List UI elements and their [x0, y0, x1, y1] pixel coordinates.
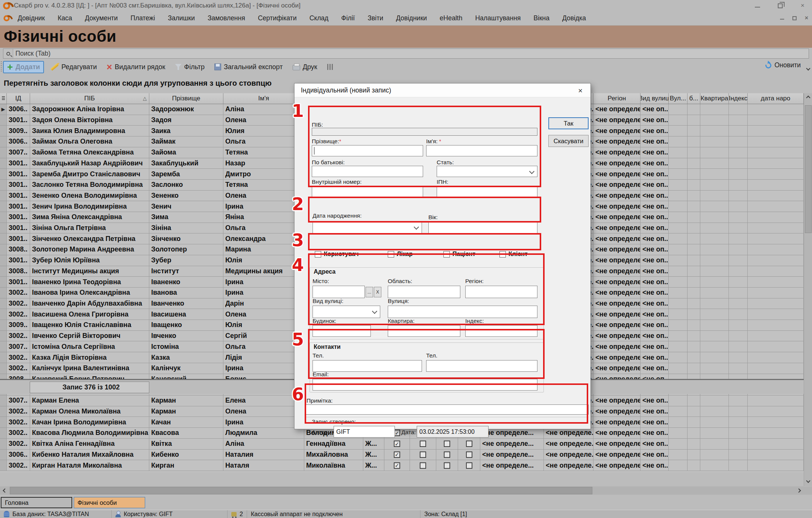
refresh-label: Оновити [774, 61, 801, 69]
delete-label: Видалити рядок [115, 63, 165, 71]
cell-checkbox[interactable] [458, 460, 480, 471]
columns-button[interactable] [324, 62, 337, 71]
horizontal-scrollbar[interactable] [0, 486, 804, 495]
internal-field[interactable] [312, 186, 423, 197]
cell-checkbox[interactable] [410, 460, 436, 471]
menu-item-Налаштування[interactable]: Налаштування [471, 12, 525, 24]
row-marker [0, 363, 7, 374]
cell: 3001.. [7, 212, 30, 223]
cell [729, 126, 748, 136]
cell-checkbox[interactable] [458, 439, 480, 449]
cell [669, 352, 688, 363]
cell-checkbox[interactable] [436, 450, 458, 460]
filter-button[interactable]: Фільтр [172, 62, 208, 73]
birthdate-select[interactable] [313, 221, 422, 234]
menu-item-Сертифікати[interactable]: Сертифікати [253, 12, 301, 24]
table-row[interactable]: 3002..Квітка Аліна ГеннадіївнаКвіткаАлін… [0, 439, 804, 450]
scroll-up-icon[interactable] [804, 93, 812, 102]
page-title: Фізичні особи [4, 27, 117, 45]
search-input[interactable]: Поиск (Tab) [3, 48, 809, 59]
edit-button[interactable]: Редагувати [47, 62, 100, 73]
menu-item-Довідка[interactable]: Довідка [558, 12, 590, 24]
column-header-Індекс[interactable]: Індекс [729, 93, 748, 104]
cell-checkbox[interactable]: ✓ [384, 450, 410, 460]
cell-checkbox[interactable] [436, 460, 458, 471]
cell [688, 288, 700, 298]
cell: 3001.. [7, 191, 30, 201]
table-row[interactable]: 3006..Кибенко Наталия МихайловнаКибенкоН… [0, 450, 804, 460]
mdi-restore-icon[interactable] [792, 16, 797, 20]
tab-persons[interactable]: Фізичні особи [74, 497, 145, 508]
refresh-button[interactable]: Оновити [765, 61, 801, 69]
close-icon[interactable]: × [798, 2, 807, 10]
restore-icon[interactable] [776, 2, 784, 10]
column-header-ІД[interactable]: ІД [7, 93, 30, 104]
cell-checkbox[interactable] [410, 439, 436, 449]
column-header-дата наро[interactable]: дата наро [748, 93, 804, 104]
table-row[interactable]: 3002..Кирган Наталя МиколаївнаКирганНата… [0, 460, 804, 471]
minimize-icon[interactable] [753, 2, 762, 10]
export-button[interactable]: Загальний експорт [211, 62, 286, 73]
vertical-scrollbar-thumb[interactable] [805, 105, 812, 233]
author-field[interactable]: GIFT [334, 426, 395, 438]
cell [700, 169, 729, 179]
menu-item-Каса[interactable]: Каса [53, 12, 76, 24]
horizontal-scrollbar-thumb[interactable] [10, 487, 592, 494]
row-marker [0, 439, 7, 449]
tab-home[interactable]: Головна [1, 497, 72, 508]
column-header-б...[interactable]: б... [688, 93, 700, 104]
cell-checkbox[interactable] [458, 450, 480, 460]
menu-item-Залишки[interactable]: Залишки [163, 12, 199, 24]
menu-item-Платежі[interactable]: Платежі [126, 12, 159, 24]
menu-bar: ДовідникКасаДокументиПлатежіЗалишкиЗамов… [0, 11, 812, 26]
toolbar-grip-icon[interactable] [1, 61, 2, 73]
scroll-right-icon[interactable] [794, 486, 804, 495]
column-header-Вул...[interactable]: Вул... [669, 93, 688, 104]
print-button[interactable]: Друк [289, 62, 321, 73]
cell-checkbox[interactable] [436, 439, 458, 449]
cell [729, 104, 748, 115]
cell-checkbox[interactable]: ✓ [384, 439, 410, 449]
column-header-Прізвище[interactable]: Прізвище [149, 93, 223, 104]
cell: Зима Яніна Олександрівна [30, 212, 149, 223]
mdi-minimize-icon[interactable] [780, 17, 784, 20]
column-header-Квартира[interactable]: Квартира [700, 93, 729, 104]
add-button[interactable]: + Додати [3, 61, 44, 73]
ok-button[interactable]: Так [548, 117, 589, 129]
grid-options-icon[interactable] [0, 93, 7, 104]
menu-item-Довідник[interactable]: Довідник [13, 12, 49, 24]
scroll-down-icon[interactable] [804, 476, 812, 485]
search-icon[interactable] [3, 49, 13, 58]
menu-item-Філії[interactable]: Філії [337, 12, 359, 24]
cell-checkbox[interactable] [410, 450, 436, 460]
cell: Кирган [149, 460, 223, 471]
ipn-field[interactable] [437, 186, 537, 197]
cell [669, 266, 688, 277]
scroll-left-icon[interactable] [0, 486, 10, 495]
cancel-button[interactable]: Скасувати [548, 135, 589, 147]
cell: 3001.. [7, 255, 30, 266]
cell-checkbox[interactable]: ✓ [384, 460, 410, 471]
date-field[interactable]: 03.02.2025 17:53:00 [417, 426, 489, 438]
delete-row-button[interactable]: × Видалити рядок [103, 62, 169, 73]
cell [748, 191, 804, 201]
vertical-scrollbar[interactable] [804, 93, 812, 486]
age-field[interactable] [428, 221, 537, 234]
menu-item-Замовлення[interactable]: Замовлення [203, 12, 250, 24]
toolbar-overflow-button[interactable] [807, 65, 810, 71]
menu-item-Вікна[interactable]: Вікна [529, 12, 554, 24]
mdi-close-icon[interactable]: × [805, 15, 808, 21]
menu-item-Довідники[interactable]: Довідники [392, 12, 431, 24]
menu-item-Документи[interactable]: Документи [80, 12, 122, 24]
cell: <не определе... [593, 298, 640, 309]
column-header-ПІБ[interactable]: ПІБ△ [30, 93, 149, 104]
cell [700, 223, 729, 233]
column-header-Регіон[interactable]: Регіон [593, 93, 640, 104]
menu-item-Звіти[interactable]: Звіти [363, 12, 388, 24]
cell: Зінченко Олександра Петрівна [30, 233, 149, 244]
column-header-Вид вулиці[interactable]: Вид вулиці [640, 93, 669, 104]
cell [729, 266, 748, 277]
dialog-close-icon[interactable]: × [575, 86, 585, 95]
menu-item-eHealth[interactable]: eHealth [435, 12, 467, 24]
menu-item-Склад[interactable]: Склад [305, 12, 333, 24]
